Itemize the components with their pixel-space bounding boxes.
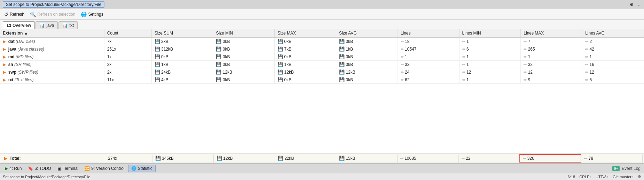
total-row: ▶ Total: 274x 💾 345kB 💾 12kB 💾 22kB 💾 15… — [0, 153, 644, 163]
cell-lines: ✏ 1 — [398, 53, 459, 61]
total-lines-avg: ✏ 78 — [581, 155, 642, 162]
col-extension[interactable]: Extension ▲ — [0, 29, 104, 37]
cell-size-avg: 💾 0kB — [336, 61, 398, 68]
cell-size-sum: 💾 4kB — [151, 76, 213, 84]
cell-size-avg: 💾 0kB — [336, 53, 398, 61]
floppy-icon-avg: 💾 — [339, 156, 345, 161]
ext-icon: ▶ — [3, 70, 6, 75]
col-size-min[interactable]: Size MIN — [213, 29, 275, 37]
total-lines-min: ✏ 22 — [458, 155, 520, 162]
cell-lines-max: ✏ 12 — [521, 68, 582, 76]
line-endings[interactable]: CRLF÷ — [579, 175, 591, 179]
overview-tab-label: Overview — [13, 23, 31, 28]
cell-lines-max: ✏ 1 — [521, 53, 582, 61]
cell-lines-max: ✏ 32 — [521, 61, 582, 68]
cell-extension: ▶ java (Java classes) — [0, 45, 104, 53]
col-size-max[interactable]: Size MAX — [275, 29, 336, 37]
java-tab-label: java — [46, 23, 54, 28]
cell-lines: ✏ 33 — [398, 61, 459, 68]
vcs-branch[interactable]: Git: master÷ — [613, 175, 634, 179]
refresh-selection-label: Refresh on selection — [37, 12, 75, 17]
col-size-avg[interactable]: Size AVG — [336, 29, 398, 37]
gear-button[interactable]: ⚙ — [628, 1, 635, 8]
cell-lines: ✏ 18 — [398, 37, 459, 45]
settings-label: Settings — [88, 12, 103, 17]
cell-lines-max: ✏ 265 — [521, 45, 582, 53]
cell-lines-max: ✏ 7 — [521, 37, 582, 45]
ext-icon: ▶ — [3, 54, 6, 59]
cell-lines: ✏ 62 — [398, 76, 459, 84]
col-lines-avg[interactable]: Lines AVG — [582, 29, 644, 37]
cell-size-sum: 💾 24kB — [151, 68, 213, 76]
top-bar: Set scope to Project/Module/Package/Dire… — [0, 0, 644, 9]
cell-lines-avg: ✏ 5 — [582, 76, 644, 84]
collapse-button[interactable]: ↓ — [636, 1, 641, 8]
cell-size-avg: 💾 1kB — [336, 45, 398, 53]
table-row: ▶ dat (DAT files) 7x 💾 2kB 💾 0kB 💾 0kB 💾… — [0, 37, 644, 45]
cell-lines: ✏ 24 — [398, 68, 459, 76]
col-count[interactable]: Count — [104, 29, 151, 37]
cell-lines-min: ✏ 6 — [459, 45, 521, 53]
cell-size-max: 💾 0kB — [275, 53, 336, 61]
cell-lines-avg: ✏ 1 — [582, 53, 644, 61]
cell-count: 7x — [104, 37, 151, 45]
cell-size-sum: 💾 2kB — [151, 37, 213, 45]
scope-title[interactable]: Set scope to Project/Module/Package/Dire… — [3, 1, 104, 8]
cell-size-min: 💾 0kB — [213, 53, 275, 61]
taskbar-run[interactable]: ▶ 4: Run — [2, 165, 24, 172]
todo-icon: 🔖 — [28, 166, 33, 171]
cell-lines-min: ✏ 1 — [459, 53, 521, 61]
cell-size-sum: 💾 0kB — [151, 53, 213, 61]
table-row: ▶ txt (Text files) 11x 💾 4kB 💾 0kB 💾 0kB… — [0, 76, 644, 84]
total-row-icon: ▶ — [4, 156, 7, 161]
cell-size-max: 💾 0kB — [275, 76, 336, 84]
terminal-label: Terminal — [63, 166, 78, 171]
tab-txt[interactable]: 📊 txt — [58, 21, 78, 29]
settings-button[interactable]: 🌐 Settings — [79, 11, 104, 18]
table-row: ▶ swp (SWP files) 2x 💾 24kB 💾 12kB 💾 12k… — [0, 68, 644, 76]
col-lines[interactable]: Lines — [398, 29, 459, 37]
col-lines-max[interactable]: Lines MAX — [521, 29, 582, 37]
search-icon: 🔍 — [30, 12, 36, 17]
taskbar-statistic[interactable]: 🌐 Statistic — [128, 165, 156, 172]
cell-lines-min: ✏ 1 — [459, 37, 521, 45]
total-size-avg: 💾 15kB — [336, 155, 397, 162]
col-lines-min[interactable]: Lines MIN — [459, 29, 521, 37]
cursor-position[interactable]: 6:18 — [568, 175, 575, 179]
tab-overview[interactable]: 🗂 Overview — [3, 21, 35, 29]
table-row: ▶ md (MD files) 1x 💾 0kB 💾 0kB 💾 0kB 💾 0… — [0, 53, 644, 61]
overview-tab-icon: 🗂 — [7, 23, 11, 28]
table-header-row: Extension ▲ Count Size SUM Size MIN Size… — [0, 29, 644, 37]
cell-count: 251x — [104, 45, 151, 53]
refresh-icon: ↺ — [4, 12, 8, 17]
total-count: 274x — [105, 155, 152, 162]
settings-gear-icon[interactable]: ⚙ — [638, 174, 641, 179]
taskbar-terminal[interactable]: ▣ Terminal — [55, 165, 81, 172]
refresh-on-selection-button[interactable]: 🔍 Refresh on selection — [29, 11, 77, 18]
total-size-sum: 💾 345kB — [152, 155, 213, 162]
taskbar-todo[interactable]: 🔖 6: TODO — [25, 165, 54, 172]
encoding[interactable]: UTF-8÷ — [596, 175, 608, 179]
cell-size-min: 💾 0kB — [213, 61, 275, 68]
floppy-icon-max: 💾 — [278, 156, 283, 161]
cell-extension: ▶ sh (SH files) — [0, 61, 104, 68]
col-size-sum[interactable]: Size SUM — [151, 29, 213, 37]
pencil-icon-lines-min: ✏ — [462, 156, 465, 160]
taskbar-version-control[interactable]: 🔀 9: Version Control — [82, 165, 127, 172]
java-tab-icon: 📊 — [39, 23, 45, 28]
refresh-button[interactable]: ↺ Refresh — [3, 11, 26, 18]
table-row: ▶ sh (SH files) 2x 💾 1kB 💾 0kB 💾 1kB 💾 0… — [0, 61, 644, 68]
cell-extension: ▶ dat (DAT files) — [0, 37, 104, 45]
cell-size-max: 💾 7kB — [275, 45, 336, 53]
cell-size-min: 💾 0kB — [213, 37, 275, 45]
tab-java[interactable]: 📊 java — [36, 21, 58, 29]
status-bar-right: 6:18 CRLF÷ UTF-8÷ Git: master÷ ⚙ — [568, 174, 641, 179]
total-table: ▶ Total: 274x 💾 345kB 💾 12kB 💾 22kB 💾 15… — [1, 154, 643, 163]
refresh-label: Refresh — [10, 12, 24, 17]
cell-size-avg: 💾 12kB — [336, 68, 398, 76]
pencil-icon-lines-max: ✏ — [523, 156, 526, 160]
version-control-icon: 🔀 — [85, 166, 90, 171]
cell-lines-min: ✏ 1 — [459, 61, 521, 68]
cell-size-avg: 💾 0kB — [336, 76, 398, 84]
total-lines: ✏ 10685 — [397, 155, 458, 162]
